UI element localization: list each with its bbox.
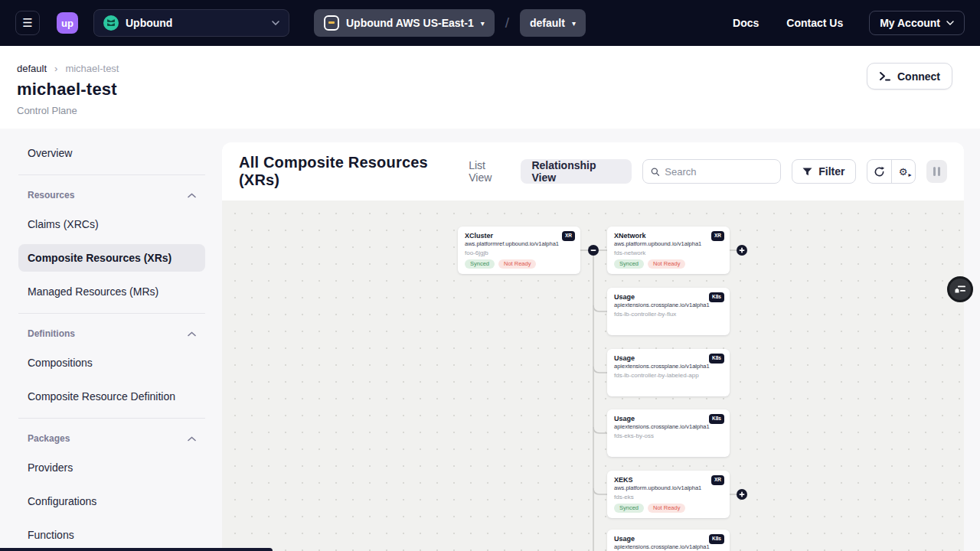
filter-button-label: Filter	[818, 165, 844, 178]
status-badge: Not Ready	[498, 259, 536, 269]
node-resource-name: foo-6jgjb	[465, 249, 573, 256]
sidebar-section-packages[interactable]: Packages	[18, 428, 205, 449]
node-status-row: SyncedNot Ready	[614, 504, 685, 514]
upbound-logo-text: up	[61, 18, 74, 29]
top-navbar: ☰ up Upbound Upbound AWS US-East-1 ▾ / d…	[0, 0, 980, 46]
tab-relationship-view[interactable]: Relationship View	[521, 159, 631, 184]
sidebar-item-composite-resources-xrs[interactable]: Composite Resources (XRs)	[18, 244, 205, 272]
group-selector-label: default	[530, 17, 565, 29]
graph-edges	[222, 201, 964, 551]
connect-button[interactable]: Connect	[867, 63, 952, 90]
sidebar-item-managed-resources-mrs[interactable]: Managed Resources (MRs)	[18, 278, 205, 305]
run-settings-button[interactable]: ⚙	[891, 160, 915, 183]
sidebar-item-composite-resource-definition[interactable]: Composite Resource Definition	[18, 383, 205, 410]
sidebar-item-providers[interactable]: Providers	[18, 454, 205, 481]
collapse-button[interactable]	[588, 245, 599, 256]
navbar-links: Docs Contact Us	[733, 17, 843, 29]
node-title: Usage	[614, 535, 723, 543]
pause-button[interactable]	[926, 160, 947, 183]
sidebar-item-claims-xrcs[interactable]: Claims (XRCs)	[18, 210, 205, 238]
node-title: XCluster	[465, 232, 573, 240]
sidebar-divider	[18, 313, 205, 314]
status-badge: Synced	[465, 259, 495, 269]
node-resource-name: fds-lb-controller-by-labeled-app	[614, 372, 723, 379]
node-title: Usage	[614, 354, 723, 362]
graph-node-usage-3[interactable]: Usageapiextensions.crossplane.io/v1alpha…	[607, 409, 730, 457]
sidebar-item-functions[interactable]: Functions	[18, 521, 205, 549]
node-kind-badge: K8s	[709, 414, 724, 424]
page-subtitle: Control Plane	[17, 105, 980, 116]
sidebar-divider	[18, 418, 205, 419]
node-title: XEKS	[614, 476, 723, 484]
tab-list-view[interactable]: List View	[469, 159, 510, 184]
node-status-row: SyncedNot Ready	[465, 259, 536, 269]
chevron-down-icon	[272, 21, 279, 25]
chevron-up-icon	[188, 331, 196, 337]
node-title: Usage	[614, 415, 723, 422]
sidebar-section-definitions[interactable]: Definitions	[18, 323, 205, 344]
chevron-down-icon	[946, 21, 954, 25]
node-title: XNetwork	[614, 232, 723, 240]
org-selector-label: Upbound	[126, 17, 265, 29]
filter-button[interactable]: Filter	[792, 159, 855, 184]
node-kind-badge: K8s	[709, 534, 724, 544]
node-resource-name: fds-network	[614, 249, 723, 256]
breadcrumb-group[interactable]: default	[17, 63, 47, 74]
refresh-icon	[874, 166, 885, 178]
chevron-up-icon	[188, 193, 196, 198]
contact-us-link[interactable]: Contact Us	[786, 17, 843, 29]
chevron-up-icon	[188, 436, 196, 442]
graph-node-usage-1[interactable]: Usageapiextensions.crossplane.io/v1alpha…	[607, 288, 730, 335]
graph-node-xcluster[interactable]: XClusteraws.platformref.upbound.io/v1alp…	[458, 227, 580, 274]
my-account-button[interactable]: My Account	[869, 11, 965, 35]
node-status-row: SyncedNot Ready	[614, 259, 685, 269]
node-resource-name: fds-eks-by-oss	[614, 432, 723, 439]
node-kind-badge: XR	[562, 231, 575, 241]
path-separator: /	[505, 15, 509, 31]
sidebar-item-compositions[interactable]: Compositions	[18, 349, 205, 377]
panel-toolbar: All Composite Resources (XRs) List View …	[222, 142, 964, 201]
main-panel: All Composite Resources (XRs) List View …	[222, 142, 964, 551]
sidebar-divider	[18, 174, 205, 175]
legend-toggle-button[interactable]	[947, 276, 973, 302]
graph-node-xnetwork[interactable]: XNetworkaws.platform.upbound.io/v1alpha1…	[607, 227, 730, 274]
search-input[interactable]	[665, 166, 773, 178]
group-selector[interactable]: default ▾	[520, 9, 586, 37]
page-header: default › michael-test michael-test Cont…	[0, 46, 980, 129]
upbound-logo[interactable]: up	[57, 12, 78, 34]
node-api-version: aws.platform.upbound.io/v1alpha1	[614, 240, 723, 247]
control-plane-selector-label: Upbound AWS US-East-1	[346, 17, 474, 29]
node-api-version: aws.platform.upbound.io/v1alpha1	[614, 484, 723, 491]
expand-button[interactable]	[737, 245, 747, 256]
graph-actions-group: ⚙	[867, 159, 916, 184]
sidebar-item-overview[interactable]: Overview	[18, 139, 205, 167]
dropdown-arrow-icon: ▾	[481, 19, 485, 28]
node-kind-badge: XR	[711, 231, 724, 241]
graph-node-xeks[interactable]: XEKSaws.platform.upbound.io/v1alpha1fds-…	[607, 471, 730, 518]
page-title: michael-test	[17, 80, 980, 99]
docs-link[interactable]: Docs	[733, 17, 759, 29]
funnel-icon	[802, 168, 812, 176]
graph-node-usage-4[interactable]: Usageapiextensions.crossplane.io/v1alpha…	[607, 530, 730, 551]
refresh-button[interactable]	[867, 160, 891, 183]
node-resource-name: fds-lb-controller-by-flux	[614, 311, 723, 318]
sidebar-item-configurations[interactable]: Configurations	[18, 487, 205, 515]
status-badge: Synced	[614, 504, 644, 514]
control-plane-selector[interactable]: Upbound AWS US-East-1 ▾	[314, 9, 495, 37]
upbound-org-icon	[103, 15, 119, 31]
node-api-version: apiextensions.crossplane.io/v1alpha1	[614, 543, 723, 550]
node-api-version: apiextensions.crossplane.io/v1alpha1	[614, 302, 723, 308]
expand-button[interactable]	[737, 489, 747, 500]
hamburger-menu-button[interactable]: ☰	[15, 11, 40, 35]
node-resource-name: fds-eks	[614, 494, 723, 500]
relationship-canvas[interactable]: XClusteraws.platformref.upbound.io/v1alp…	[222, 201, 964, 551]
graph-node-usage-2[interactable]: Usageapiextensions.crossplane.io/v1alpha…	[607, 349, 730, 396]
legend-icon	[954, 284, 966, 295]
node-kind-badge: K8s	[709, 292, 724, 302]
node-kind-badge: K8s	[709, 354, 724, 364]
sidebar-section-resources[interactable]: Resources	[18, 184, 205, 206]
org-selector-dropdown[interactable]: Upbound	[93, 9, 289, 37]
node-api-version: apiextensions.crossplane.io/v1alpha1	[614, 363, 723, 370]
status-badge: Not Ready	[648, 259, 685, 269]
status-badge: Synced	[614, 259, 644, 269]
